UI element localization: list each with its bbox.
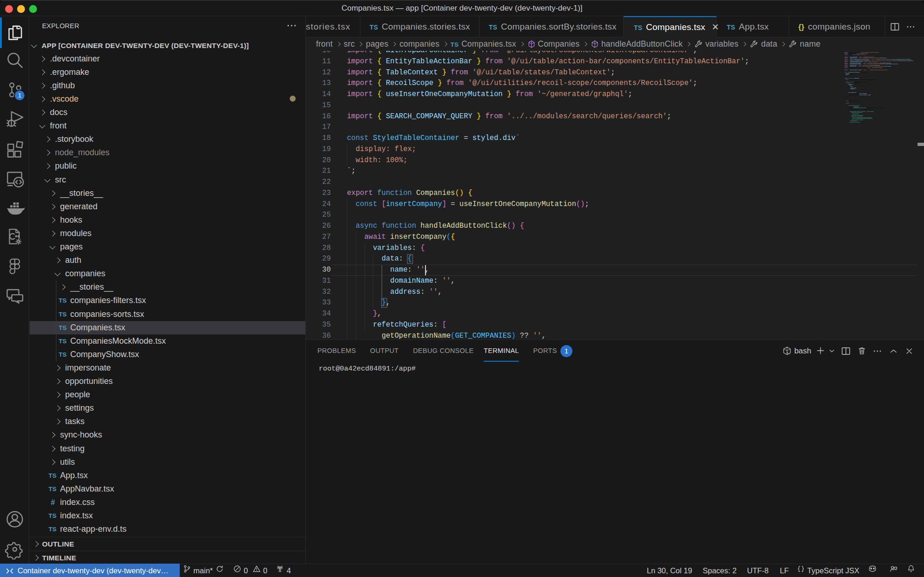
svg-text:$_: $_ <box>786 351 790 355</box>
